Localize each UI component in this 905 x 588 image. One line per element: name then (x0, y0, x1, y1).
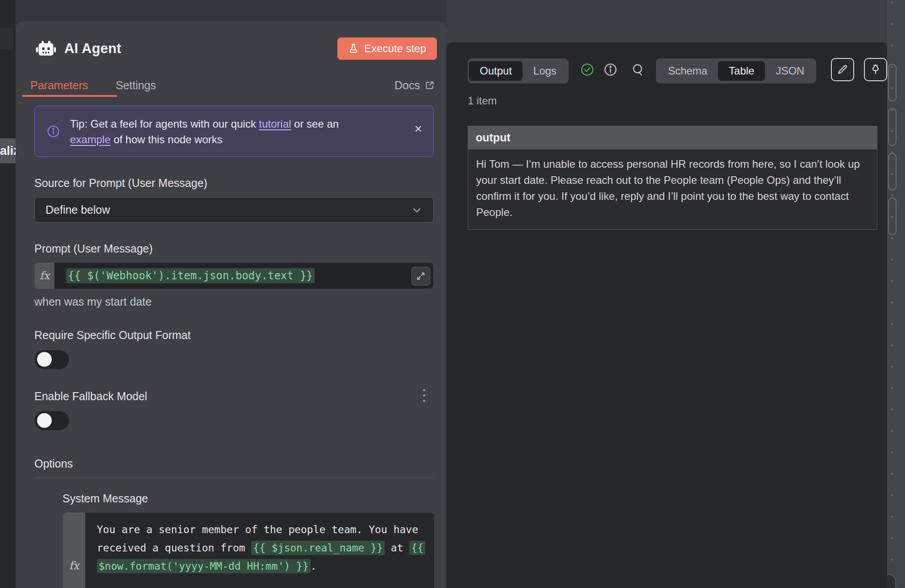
tab-parameters[interactable]: Parameters (22, 79, 96, 92)
background-node-label: aliz (0, 138, 16, 163)
system-message-option: System Message fx You are a senior membe… (62, 492, 434, 588)
canvas-backdrop (446, 0, 905, 42)
external-link-icon (424, 80, 435, 91)
background-node-outline (888, 64, 897, 101)
output-message: Hi Tom — I’m unable to access personal H… (476, 156, 865, 220)
tab-output[interactable]: Output (469, 61, 523, 81)
prompt-expression[interactable]: {{ $('Webhook').item.json.body.text }} (54, 263, 433, 289)
output-logs-switch: Output Logs (468, 58, 569, 83)
background-node-corner (0, 28, 14, 49)
output-table: output Hi Tom — I’m unable to access per… (468, 126, 877, 230)
view-json[interactable]: JSON (765, 61, 815, 81)
prompt-label: Prompt (User Message) (34, 242, 434, 255)
tip-text: Tip: Get a feel for agents with our quic… (70, 116, 339, 147)
pencil-icon (837, 64, 848, 75)
tip-banner: Tip: Get a feel for agents with our quic… (34, 106, 434, 157)
expand-field-button[interactable] (411, 267, 430, 286)
robot-icon (36, 40, 56, 58)
tip-text-part: of how this node works (111, 133, 223, 145)
docs-link[interactable]: Docs (394, 79, 435, 92)
close-icon[interactable]: ✕ (414, 123, 423, 135)
background-node-label-text: aliz (0, 144, 16, 158)
background-node-outline (888, 153, 897, 190)
toggle-knob (37, 413, 52, 428)
toggle-knob (37, 352, 52, 367)
node-tabs: Parameters Settings Docs (22, 74, 435, 96)
fx-badge: fx (35, 263, 54, 289)
active-tab-underline (22, 95, 117, 97)
workflow-canvas-strip[interactable] (887, 0, 905, 588)
docs-label: Docs (394, 79, 420, 92)
output-table-cell[interactable]: Hi Tom — I’m unable to access personal H… (468, 149, 877, 230)
require-output-format-toggle[interactable] (34, 350, 69, 369)
flask-icon (348, 43, 359, 54)
fx-badge: fx (63, 513, 85, 588)
tip-text-part: or see an (291, 118, 339, 130)
require-output-format-label: Require Specific Output Format (34, 329, 434, 342)
enable-fallback-model-row: Enable Fallback Model (34, 390, 434, 431)
pin-icon (870, 64, 881, 75)
tip-text-part: Tip: Get a feel for agents with our quic… (70, 118, 259, 130)
node-title: AI Agent (64, 41, 121, 57)
success-check-icon (580, 61, 594, 79)
expand-icon (416, 271, 426, 281)
tab-logs[interactable]: Logs (523, 61, 567, 81)
enable-fallback-model-toggle[interactable] (34, 411, 69, 431)
source-for-prompt-label: Source for Prompt (User Message) (34, 177, 434, 190)
info-icon[interactable] (603, 61, 618, 79)
system-message-label: System Message (62, 492, 434, 505)
system-message-editor[interactable]: fx You are a senior member of the people… (62, 512, 435, 588)
background-node-outline (888, 198, 897, 235)
enable-fallback-model-label: Enable Fallback Model (34, 390, 434, 403)
require-output-format-row: Require Specific Output Format (34, 329, 434, 369)
output-panel: Output Logs Schema Table (446, 42, 887, 588)
pin-data-button[interactable] (864, 58, 887, 81)
output-table-header[interactable]: output (468, 126, 877, 149)
parameters-content: Tip: Get a feel for agents with our quic… (34, 106, 434, 588)
options-divider (34, 477, 434, 478)
tutorial-link[interactable]: tutorial (259, 118, 291, 130)
output-controls: Output Logs Schema Table (446, 58, 887, 83)
view-mode-switch: Schema Table JSON (656, 58, 816, 83)
node-header: AI Agent Execute step (36, 36, 437, 61)
prompt-expression-field[interactable]: fx {{ $('Webhook').item.json.body.text }… (34, 262, 434, 289)
node-settings-panel: AI Agent Execute step Parameters Setting… (16, 21, 446, 588)
chevron-down-icon (411, 204, 423, 216)
view-schema[interactable]: Schema (657, 61, 718, 81)
prompt-hint: when was my start date (34, 295, 434, 308)
execute-step-button[interactable]: Execute step (337, 37, 437, 60)
system-message-code[interactable]: You are a senior member of the people te… (85, 513, 434, 588)
info-icon (46, 124, 60, 138)
view-table[interactable]: Table (718, 61, 765, 81)
tab-settings[interactable]: Settings (108, 79, 164, 92)
source-for-prompt-select[interactable]: Define below (34, 197, 434, 223)
source-for-prompt-value: Define below (46, 203, 110, 216)
edit-output-button[interactable] (831, 58, 854, 81)
workflow-canvas-left-strip: aliz (0, 0, 16, 588)
search-icon[interactable] (631, 61, 645, 79)
kebab-menu-icon[interactable] (416, 385, 432, 405)
options-heading: Options (34, 457, 434, 470)
execute-step-label: Execute step (364, 42, 426, 55)
example-link[interactable]: example (70, 133, 111, 145)
n8n-node-detail-view: aliz + AI Agent (0, 0, 905, 588)
background-node-outline (888, 108, 897, 146)
items-count: 1 item (468, 95, 497, 107)
